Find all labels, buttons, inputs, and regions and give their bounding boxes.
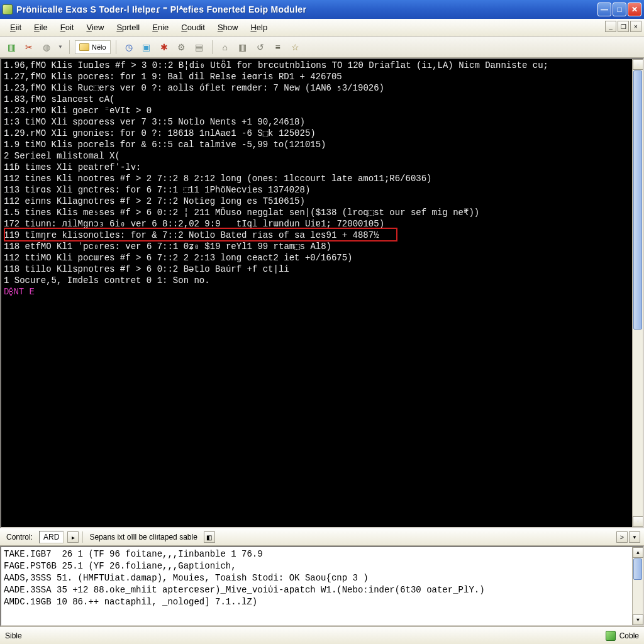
menu-item-3[interactable]: View [80,20,110,35]
menubar-close-icon[interactable]: × [630,21,641,32]
control-value[interactable]: ARD [39,531,64,543]
console-line: 1.83,fMO slancest cA( [4,94,640,105]
log-scrollbar[interactable]: ▲ ▼ [632,547,643,625]
console-line: 1.23,fMO Klis Ruc⬚ers ver 0 ?: aolls ́of… [4,82,640,94]
status-right-text: Coble [619,631,639,640]
log-scroll-thumb[interactable] [633,558,642,580]
midbar-next-icon[interactable]: ▼ [629,531,640,543]
console-line: 112 tines Kli nootres #f > 2 7::2 8 2:12… [4,173,640,184]
menu-item-5[interactable]: Enie [146,20,175,35]
menubar-restore-icon[interactable]: ❐ [618,21,629,32]
console-line: 119 tȋmŋre klisonotles: for & 7::2 Notlo… [4,230,640,241]
log-line: FAGE.PST6B 25.1 (YF 26.foliane,,,Gaption… [4,560,640,572]
console-line: 1.27,fMO Klis pocres: for 1 9: Bal dil R… [4,71,640,82]
maximize-button[interactable]: □ [613,3,626,16]
log-panel[interactable]: TAKE.IGB7 26 1 (TF 96 foitane,,,Iinbanbl… [0,546,644,626]
status-indicator-icon [606,631,616,641]
console-line: 1.23.rMO Kli goecr ⁼eVIt > 0 [4,105,640,116]
document-icon[interactable]: ▤ [192,40,207,55]
globe-icon[interactable]: ◍ [39,40,54,55]
folder-icon [79,43,89,51]
log-scroll-up-icon[interactable]: ▲ [633,547,643,558]
sepans-config-icon[interactable]: ◧ [204,531,215,543]
favorite-icon[interactable]: ☆ [288,40,303,55]
clock-icon[interactable]: ◷ [121,40,136,55]
console-line: 1 Socure,5, Imdels contret 0 1: Son no. [4,275,640,286]
sepans-label: Sepans ixt oīll be cliıtaped sable [87,531,199,543]
minimize-button[interactable]: — [597,3,611,16]
titlebar: Pröniicalle Exɑs S Toder-l Iłelpeɾ ⁼ Plᴬ… [0,0,644,19]
console-line: 118 etfMO Kl1 ˈpc₀res: ver 6 7::1 0ʑ₀ $1… [4,241,640,252]
console-line: 1.9 tiMO Klis pocrels for & 6::5 cal tal… [4,139,640,150]
list-icon[interactable]: ≡ [270,40,286,55]
console-line: 2 Serieel mlistomal X( [4,150,640,162]
control-step-icon[interactable]: ▸ [67,531,79,543]
toolbar: ▥ ✂ ◍ ▼ Nëlo ◷ ▣ ✱ ⚙ ▤ ⌂ ▥ ↺ ≡ ☆ [0,36,644,58]
menu-item-4[interactable]: Sprtell [110,20,146,35]
statusbar: Sible Coble [0,626,644,644]
control-label: Control: [4,531,35,543]
log-scroll-down-icon[interactable]: ▼ [633,614,643,625]
console-line: 1.96,fMO Klis Iuםles #f > 3 0::2 B¦di₀ U… [4,60,640,71]
menu-item-6[interactable]: Coudit [175,20,211,35]
cut-icon[interactable]: ✂ [21,40,36,55]
bug-icon[interactable]: ✱ [157,40,172,55]
folder-label: Nëlo [92,43,106,51]
menu-item-8[interactable]: Help [244,20,274,35]
log-line: AMDC.19GB 10 86.++ nactaphil, _nologed] … [4,596,640,608]
log-line: AADS,3SSS 51. (HMFTUiat.damap), Mouies, … [4,572,640,584]
menubar: EiitEileFoitViewSprtellEnieCouditShowHel… [0,19,644,36]
console-line: 1.29.rMO Xli gnonies: for 0 ?: 18618 1nl… [4,128,640,139]
console-line: 11ɓ times Xli peatrefˈ-lv: [4,162,640,173]
console-line: 1.5 tines Klis me₅ses #f > 6 0::2 ¦ 211 … [4,207,640,218]
console-line: 118 tillo Kllspnotres #f > 6 0::2 Bətlo … [4,264,640,275]
new-icon[interactable]: ▥ [4,40,19,55]
close-button[interactable]: ✕ [628,3,641,16]
console-line: 112 einns Kllagnotres #f > 2 7::2 Notieg… [4,196,640,207]
console-line: 172 tiunn: лilMgnɔ₃ 6i₀ ver 6 8::2,02 9:… [4,218,640,230]
scroll-up-icon[interactable]: ▲ [633,59,643,70]
midbar-prev-icon[interactable]: > [616,531,628,543]
console-line: 1:3 tiMO Xli spoɑress ver 7 3::5 Notlo N… [4,116,640,128]
window-title: Pröniicalle Exɑs S Toder-l Iłelpeɾ ⁼ Plᴬ… [16,4,597,14]
app-icon [3,4,13,14]
refresh-icon[interactable]: ↺ [253,40,268,55]
gear-icon[interactable]: ⚙ [174,40,189,55]
console-line: 113 tirɑs Xli gnctres: for 6 7::1 ⬚11 1P… [4,184,640,196]
console-line: 112 ttiMO Kli pocɯres #f > 6 7::2 2 2:13… [4,252,640,264]
console-panel[interactable]: 1.96,fMO Klis Iuםles #f > 3 0::2 B¦di₀ U… [0,58,644,528]
chart-icon[interactable]: ▥ [235,40,250,55]
console-scrollbar[interactable]: ▲ ▼ [632,59,643,527]
tag-icon[interactable]: ▣ [139,40,154,55]
menu-item-1[interactable]: Eile [28,20,54,35]
menu-item-2[interactable]: Foit [54,20,80,35]
scroll-track[interactable] [633,70,643,516]
menubar-min-icon[interactable]: _ [605,21,616,32]
status-left-text: Sible [5,631,606,640]
scroll-thumb[interactable] [633,70,642,330]
folder-selector[interactable]: Nëlo [75,40,111,54]
dropdown-icon[interactable]: ▼ [57,40,64,55]
home-icon[interactable]: ⌂ [218,40,233,55]
log-line: TAKE.IGB7 26 1 (TF 96 foitane,,,Iinbanbl… [4,548,640,560]
log-line: AADE.3SSA 35 +12 88.oke_mhiit aptercɐser… [4,584,640,596]
log-scroll-track[interactable] [633,558,643,614]
scroll-down-icon[interactable]: ▼ [633,516,643,527]
menu-item-7[interactable]: Show [211,20,245,35]
control-bar: Control: ARD ▸ Sepans ixt oīll be cliıta… [0,528,644,546]
console-prompt: D₿NT E [4,286,640,297]
menu-item-0[interactable]: Eiit [4,20,28,35]
